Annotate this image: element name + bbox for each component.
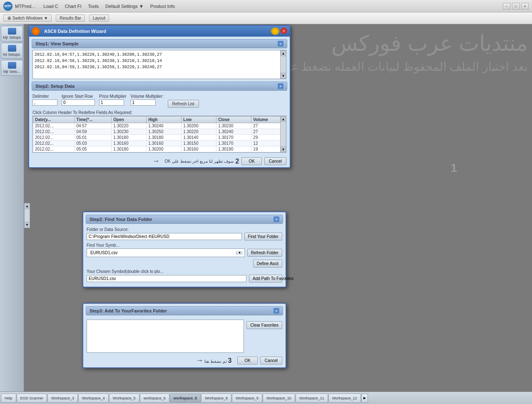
table-scroll-up[interactable]: ▲	[281, 116, 286, 122]
col-close[interactable]: Close	[216, 116, 251, 123]
table-cell: 1.30220	[112, 123, 147, 129]
dialog3-expand-button[interactable]: +	[273, 308, 279, 314]
mjr-setu-item[interactable]: Mjr Setu...	[1, 60, 23, 76]
table-row: 2012.02...05:011.301801.301801.301401.30…	[33, 135, 286, 141]
step2-header: Step2: Setup Data +	[32, 82, 287, 91]
col-time[interactable]: Time(*...	[75, 116, 112, 123]
symb-value: EURUSD1.csv	[89, 250, 236, 256]
ignore-start-input[interactable]	[62, 99, 95, 106]
taskbar: Help EOD Scanner Workspace_3 Workspace_4…	[0, 392, 532, 404]
help-button[interactable]: Help	[1, 394, 16, 403]
folder-path-input[interactable]	[87, 233, 242, 240]
col-low[interactable]: Low	[181, 116, 216, 123]
left-panel: Mjr Setups Int Setups: Mjr Setu...	[0, 24, 24, 392]
scroll-down-arrow[interactable]: ▼	[25, 222, 30, 228]
chosen-symbol-input[interactable]	[87, 275, 246, 282]
refresh-list-button[interactable]: Refresh List	[168, 100, 199, 108]
workspace-11-button[interactable]: Workspace_11	[296, 394, 328, 403]
step1-expand-button[interactable]: +	[278, 41, 283, 47]
table-row: 2012.02...04:571.302201.302401.302001.30…	[33, 123, 286, 129]
load-c-menu[interactable]: Load C	[43, 4, 58, 9]
table-cell: 05:03	[75, 141, 112, 146]
workspace-10-button[interactable]: Workspace_10	[263, 394, 295, 403]
find-folder-button[interactable]: Find Your Folder	[244, 233, 282, 240]
table-cell: 1.30160	[112, 141, 147, 146]
dialog3-cancel-button[interactable]: Cancel	[260, 357, 282, 364]
workspace-3-button[interactable]: Workspace_3	[47, 394, 78, 403]
price-mult-label: Price Multiplier	[99, 94, 127, 99]
workspace-9-button[interactable]: Workspace_9	[232, 394, 262, 403]
table-cell: 1.30160	[147, 141, 181, 146]
dialog2-expand-button[interactable]: +	[273, 216, 279, 222]
layout-button[interactable]: Layout	[89, 15, 109, 22]
define-row: Define Ascii	[87, 260, 282, 268]
table-scrollbar[interactable]: ▲ ▼	[280, 116, 286, 152]
clear-favorites-button[interactable]: Clear Favorites	[246, 321, 282, 329]
table-scroll-down[interactable]: ▼	[281, 146, 286, 152]
dialog1-arrow: →	[152, 157, 160, 166]
dialog1-ok-button[interactable]: OK	[241, 157, 261, 165]
close-button[interactable]: ×	[521, 3, 529, 10]
secondary-toolbar: 🖥 Switch Windows ▼ Results Bar Layout	[0, 12, 532, 24]
table-cell: 1.30220	[181, 129, 216, 135]
scroll-down-button[interactable]: ▼	[281, 73, 286, 79]
dialog3-note-num: 3	[228, 357, 232, 364]
volume-mult-input[interactable]	[131, 99, 156, 106]
delimiter-input[interactable]	[32, 99, 57, 106]
sample-scrollbar[interactable]: ▲ ▼	[280, 50, 286, 79]
define-ascii-button[interactable]: Define Ascii	[253, 260, 282, 268]
int-setups-item[interactable]: Int Setups:	[1, 43, 23, 59]
dialog-minimize-icon[interactable]	[271, 27, 279, 35]
table-cell: 1.30140	[181, 135, 216, 141]
symb-dropdown-arrow[interactable]: ▼	[236, 251, 243, 255]
volume-mult-group: Volume Multiplier:	[131, 94, 164, 106]
add-path-button[interactable]: Add Path To Favorites	[249, 275, 282, 283]
refresh-folder-button[interactable]: Refresh Folder	[247, 249, 282, 257]
workspace-4-button[interactable]: Workspace_4	[78, 394, 109, 403]
switch-windows-button[interactable]: 🖥 Switch Windows ▼	[3, 15, 52, 22]
folder-fields: Folder or Data Source: Find Your Folder …	[83, 226, 286, 287]
workspace-5c-button[interactable]: workspace_5	[170, 394, 201, 403]
mjr-setups-item[interactable]: Mjr Setups	[1, 26, 23, 42]
dialog3-ok-button[interactable]: OK	[237, 357, 257, 364]
left-scroll[interactable]: ▲ ▼	[24, 203, 30, 228]
maximize-button[interactable]: □	[512, 3, 520, 10]
symb-dropdown[interactable]: EURUSD1.csv ▼	[87, 248, 245, 257]
table-cell: 04:59	[75, 129, 112, 135]
eod-scanner-button[interactable]: EOD Scanner	[17, 394, 47, 403]
dialog-title: ASCII Data Definition Wizard	[44, 29, 106, 34]
col-date[interactable]: Date(y...	[33, 116, 75, 123]
tools-menu[interactable]: Tools	[88, 4, 99, 9]
data-table-content: Date(y... Time(*... Open High Low Close …	[33, 116, 286, 152]
dialog3-buttons-row: 3 ثم نضغط هنا → OK Cancel	[83, 355, 286, 367]
minimize-button[interactable]: −	[503, 3, 510, 10]
volume-mult-label: Volume Multiplier:	[131, 94, 164, 99]
chart-fi-menu[interactable]: Chart FI	[65, 4, 82, 9]
dialog-close-icon[interactable]: ×	[281, 27, 287, 34]
favorites-list-box[interactable]	[87, 320, 244, 353]
step2-expand-button[interactable]: +	[278, 83, 283, 89]
taskbar-scroll-right[interactable]: ▶	[361, 394, 368, 403]
table-cell: 1.30180	[147, 135, 181, 141]
column-hint: Click Column Header To Redefine Fields A…	[29, 109, 290, 116]
col-high[interactable]: High	[147, 116, 181, 123]
dialog1-note-num: 2	[236, 158, 239, 165]
scroll-up-arrow[interactable]: ▲	[25, 203, 30, 209]
workspace-8-button[interactable]: Workspace_8	[201, 394, 231, 403]
results-bar-button[interactable]: Results Bar	[56, 15, 85, 22]
chosen-row: Add Path To Favorites	[87, 275, 282, 283]
dialog2-header: Step2: Find Your Data Folder +	[86, 215, 283, 224]
dialog3-header: Step3: Add To YourFavorites Folder +	[86, 306, 283, 315]
table-cell: 2012.02...	[33, 141, 75, 146]
table-cell: 1.30180	[112, 146, 147, 152]
workspace-5-button[interactable]: Workspace_5	[109, 394, 139, 403]
default-settings-menu[interactable]: Default Settings ▼	[105, 4, 144, 9]
workspace-12-button[interactable]: Workspace_12	[328, 394, 361, 403]
product-info-menu[interactable]: Product Info	[150, 4, 175, 9]
col-open[interactable]: Open	[112, 116, 147, 123]
scroll-up-button[interactable]: ▲	[281, 50, 286, 56]
workspace-5b-button[interactable]: workspace_5	[140, 394, 169, 403]
dialog1-cancel-button[interactable]: Cancel	[264, 157, 286, 165]
table-row: 2012.02...04:591.302301.302501.302201.30…	[33, 129, 286, 135]
price-mult-input[interactable]	[99, 99, 124, 106]
